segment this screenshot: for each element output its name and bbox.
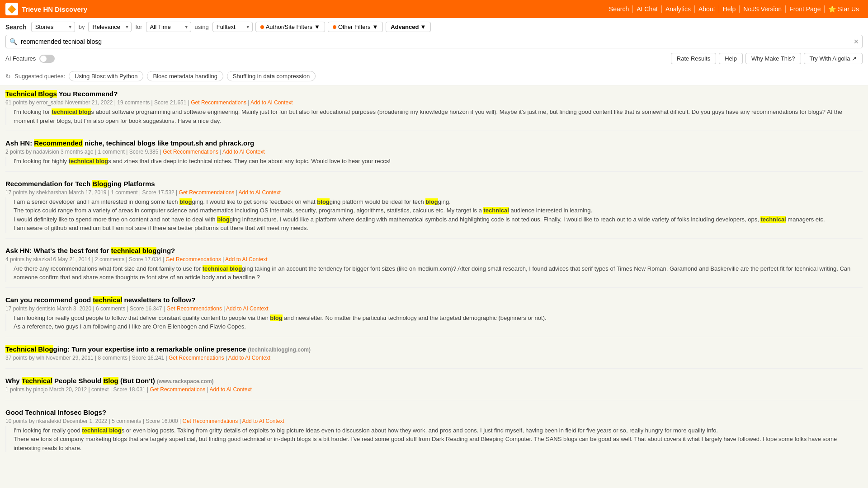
nav-frontpage[interactable]: Front Page [786, 5, 825, 13]
get-recommendations-link[interactable]: Get Recommendations [165, 256, 221, 263]
result-body: Are there any recommendations what font … [5, 264, 863, 282]
result-link[interactable]: Ask HN: What's the best font for technic… [5, 247, 175, 254]
suggested-label: Suggested queries: [14, 73, 65, 80]
author-filter-dot [260, 25, 264, 29]
suggestion-chip-1[interactable]: Blosc metadata handling [147, 71, 223, 81]
result-title[interactable]: Technical Blogs You Recommend? [5, 89, 863, 99]
header: 🔶 Trieve HN Discovery Search AI Chat Ana… [0, 0, 868, 18]
result-meta: 4 points by skazka16 May 21, 2014 | 2 co… [5, 256, 863, 263]
get-recommendations-link[interactable]: Get Recommendations [183, 418, 238, 424]
type-select-wrapper[interactable]: Stories Comments [31, 22, 75, 32]
result-title[interactable]: Good Technical Infosec Blogs? [5, 408, 863, 417]
suggested-queries: ↻ Suggested queries: Using Blosc with Py… [0, 68, 868, 85]
search-type-select[interactable]: Fulltext Semantic Hybrid [212, 22, 253, 32]
result-link[interactable]: Why Technical People Should Blog (But Do… [5, 377, 214, 385]
logo[interactable]: 🔶 Trieve HN Discovery [5, 3, 87, 15]
result-title[interactable]: Technical Blogging: Turn your expertise … [5, 344, 863, 354]
author-filter-button[interactable]: Author/Site Filters ▼ [255, 22, 325, 32]
add-ai-context-link[interactable]: Add to AI Context [209, 386, 251, 393]
search-input[interactable] [19, 37, 854, 46]
get-recommendations-link[interactable]: Get Recommendations [191, 99, 246, 106]
clear-search-button[interactable]: × [854, 38, 859, 46]
add-ai-context-link[interactable]: Add to AI Context [222, 149, 264, 155]
advanced-button[interactable]: Advanced ▼ [386, 22, 431, 32]
result-item: Recommendation for Tech Blogging Platfor… [5, 179, 863, 239]
action-buttons: Rate Results Help Why Make This? Try Wit… [671, 53, 863, 64]
result-meta: 17 points by shekharshan March 17, 2019 … [5, 189, 863, 196]
get-recommendations-link[interactable]: Get Recommendations [179, 189, 235, 196]
search-area: Search Stories Comments by Relevance Dat… [0, 18, 868, 68]
add-ai-context-link[interactable]: Add to AI Context [226, 305, 268, 312]
result-link[interactable]: Technical Blogs You Recommend? [5, 90, 118, 98]
result-meta: 2 points by nadavision 3 months ago | 1 … [5, 149, 863, 155]
result-item: Technical Blogs You Recommend? 61 points… [5, 89, 863, 131]
for-label: for [135, 23, 142, 30]
result-meta: 10 points by rikaratekid December 1, 202… [5, 418, 863, 424]
ai-features-toggle[interactable] [39, 55, 55, 63]
add-ai-context-link[interactable]: Add to AI Context [242, 418, 284, 424]
search-type-select-wrapper[interactable]: Fulltext Semantic Hybrid [212, 22, 253, 32]
nav-search[interactable]: Search [605, 5, 633, 13]
ai-features-label: AI Features [5, 55, 36, 62]
sort-select[interactable]: Relevance Date Points [88, 22, 132, 32]
other-filter-label: Other Filters [338, 23, 371, 30]
nav-nojs[interactable]: NoJS Version [740, 5, 786, 13]
result-body: I am looking for really good people to f… [5, 314, 863, 331]
nav-about[interactable]: About [695, 5, 719, 13]
ai-row: AI Features Rate Results Help Why Make T… [5, 51, 863, 68]
get-recommendations-link[interactable]: Get Recommendations [169, 355, 224, 361]
algolia-button[interactable]: Try With Algolia ↗ [804, 53, 863, 64]
author-filter-chevron: ▼ [314, 23, 320, 30]
logo-text: Trieve HN Discovery [22, 5, 87, 13]
result-item: Technical Blogging: Turn your expertise … [5, 344, 863, 369]
result-body: I am a senior developer and I am interes… [5, 197, 863, 233]
advanced-label: Advanced [391, 23, 419, 30]
result-meta: 61 points by error_salad November 21, 20… [5, 99, 863, 106]
add-ai-context-link[interactable]: Add to AI Context [250, 99, 292, 106]
result-link[interactable]: Good Technical Infosec Blogs? [5, 408, 106, 416]
sort-select-wrapper[interactable]: Relevance Date Points [88, 22, 132, 32]
result-item: Can you recommend good technical newslet… [5, 295, 863, 337]
add-ai-context-link[interactable]: Add to AI Context [225, 256, 267, 263]
add-ai-context-link[interactable]: Add to AI Context [228, 355, 270, 361]
result-meta: 1 points by pinojo March 20, 2012 | cont… [5, 386, 863, 393]
time-select-wrapper[interactable]: All Time Past Day Past Week Past Month P… [146, 22, 191, 32]
result-title[interactable]: Recommendation for Tech Blogging Platfor… [5, 179, 863, 188]
result-item: Ash HN: Recommended niche, techincal blo… [5, 138, 863, 172]
other-filter-chevron: ▼ [372, 23, 378, 30]
refresh-icon[interactable]: ↻ [5, 73, 11, 80]
suggestion-chip-0[interactable]: Using Blosc with Python [69, 71, 143, 81]
help-button[interactable]: Help [719, 53, 743, 64]
get-recommendations-link[interactable]: Get Recommendations [163, 149, 218, 155]
result-link[interactable]: Technical Blogging: Turn your expertise … [5, 345, 311, 353]
get-recommendations-link[interactable]: Get Recommendations [166, 305, 222, 312]
time-select[interactable]: All Time Past Day Past Week Past Month P… [146, 22, 191, 32]
nav-help[interactable]: Help [719, 5, 740, 13]
other-filter-dot [333, 25, 336, 29]
get-recommendations-link[interactable]: Get Recommendations [150, 386, 206, 393]
result-item: Why Technical People Should Blog (But Do… [5, 376, 863, 400]
nav-starus[interactable]: ⭐ Star Us [825, 5, 863, 13]
result-title[interactable]: Can you recommend good technical newslet… [5, 295, 863, 305]
search-input-row: 🔍 × [5, 35, 863, 48]
result-body: I'm looking for really good technical bl… [5, 426, 863, 453]
result-link[interactable]: Ash HN: Recommended niche, techincal blo… [5, 139, 254, 147]
type-select[interactable]: Stories Comments [31, 22, 75, 32]
add-ai-context-link[interactable]: Add to AI Context [238, 189, 280, 196]
why-button[interactable]: Why Make This? [745, 53, 801, 64]
result-link[interactable]: Can you recommend good technical newslet… [5, 296, 195, 304]
search-icon: 🔍 [9, 38, 17, 45]
suggestion-chip-2[interactable]: Shuffling in data compression [227, 71, 316, 81]
result-title[interactable]: Ask HN: What's the best font for technic… [5, 246, 863, 255]
nav-ai-chat[interactable]: AI Chat [633, 5, 662, 13]
result-link[interactable]: Recommendation for Tech Blogging Platfor… [5, 180, 155, 188]
nav-analytics[interactable]: Analytics [662, 5, 695, 13]
result-item: Good Technical Infosec Blogs? 10 points … [5, 408, 863, 458]
other-filter-button[interactable]: Other Filters ▼ [328, 22, 383, 32]
search-controls: Search Stories Comments by Relevance Dat… [5, 22, 863, 35]
results: Technical Blogs You Recommend? 61 points… [0, 85, 868, 469]
result-title[interactable]: Why Technical People Should Blog (But Do… [5, 376, 863, 385]
result-body: I'm looking for highly technical blogs a… [5, 157, 863, 166]
result-title[interactable]: Ash HN: Recommended niche, techincal blo… [5, 138, 863, 148]
rate-results-button[interactable]: Rate Results [671, 53, 716, 64]
